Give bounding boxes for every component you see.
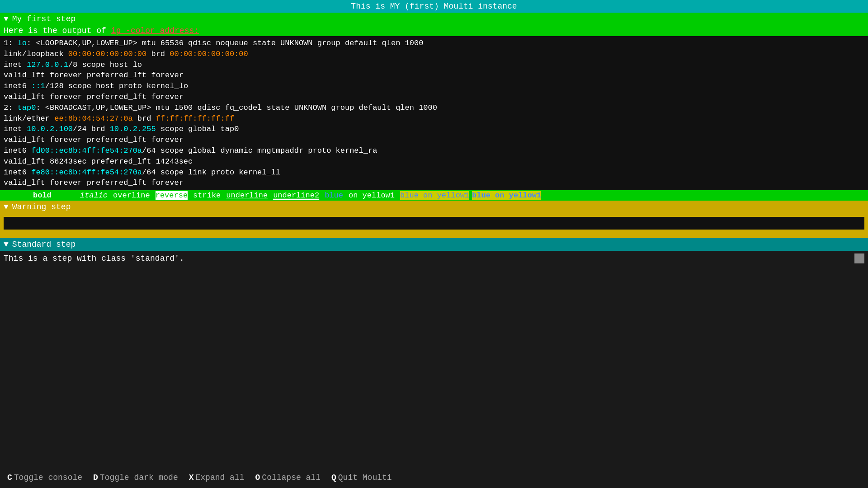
fmt-overline: overline <box>113 191 150 200</box>
terminal-line: valid_lft forever preferred_lft forever <box>4 135 864 145</box>
warning-progress-bar <box>4 217 864 230</box>
line-text: ff:ff:ff:ff:ff:ff <box>156 114 234 123</box>
line-text: ee:8b:04:54:27:0a <box>54 114 132 123</box>
line-text: inet <box>4 125 27 133</box>
line-text: /64 scope global dynamic mngtmpaddr prot… <box>142 146 377 155</box>
line-text: inet <box>4 61 27 69</box>
step-3-header[interactable]: ▼ Standard step <box>0 238 868 251</box>
line-text: inet6 <box>4 168 31 177</box>
fmt-reverse: reverse <box>156 191 188 200</box>
title-text: This is MY (first) Moulti instance <box>351 2 517 11</box>
label-expand-all[interactable]: Expand all <box>196 473 245 482</box>
fmt-strike: strike <box>193 191 221 200</box>
key-d: D <box>93 473 98 482</box>
label-toggle-console[interactable]: Toggle console <box>14 473 82 482</box>
toolbar: C Toggle console D Toggle dark mode X Ex… <box>0 467 868 488</box>
line-text: : <LOOPBACK,UP,LOWER_UP> mtu 65536 qdisc… <box>27 39 423 47</box>
line-text: 00:00:00:00:00:00 <box>170 50 248 58</box>
step-1-label: My first step <box>12 14 75 23</box>
fmt-underline2: underline2 <box>273 191 319 200</box>
step-1: ▼ My first step Here is the output of ip… <box>0 13 868 201</box>
line-text: fd00::ec8b:4ff:fe54:270a <box>31 146 142 155</box>
step-3: ▼ Standard step This is a step with clas… <box>0 238 868 266</box>
step-3-label: Standard step <box>12 240 75 249</box>
step-3-content: This is a step with class 'standard'. <box>0 251 868 266</box>
line-text: 10.0.2.255 <box>110 125 156 133</box>
label-collapse-all[interactable]: Collapse all <box>262 473 321 482</box>
line-text: valid_lft forever preferred_lft forever <box>4 136 184 144</box>
terminal-line: valid_lft forever preferred_lft forever <box>4 92 864 103</box>
line-text: tap0 <box>18 103 36 112</box>
fmt-italic: italic <box>80 191 108 200</box>
line-text: 2: <box>4 103 18 112</box>
step-1-intro-cmd: ip -color address: <box>111 26 199 35</box>
label-quit[interactable]: Quit Moulti <box>338 473 392 482</box>
format-spacer <box>4 191 27 200</box>
format-demo-line: bold italic overline reverse strike unde… <box>0 190 868 201</box>
terminal-line: link/loopback 00:00:00:00:00:00 brd 00:0… <box>4 49 864 60</box>
line-text: valid_lft forever preferred_lft forever <box>4 93 184 101</box>
step-3-arrow: ▼ <box>4 240 9 249</box>
line-text: valid_lft forever preferred_lft forever <box>4 71 184 80</box>
terminal-line: inet6 fe80::ec8b:4ff:fe54:270a/64 scope … <box>4 167 864 178</box>
fmt-space <box>54 191 77 200</box>
line-text: inet6 <box>4 146 31 155</box>
step-2-content <box>0 213 868 238</box>
terminal-line: 2: tap0: <BROADCAST,UP,LOWER_UP> mtu 150… <box>4 103 864 113</box>
step-2-arrow: ▼ <box>4 202 9 211</box>
line-text: /8 scope host lo <box>68 61 142 69</box>
key-x: X <box>189 473 194 482</box>
fmt-blue-on-yellow: blue on yellow1 <box>400 191 469 200</box>
step-3-progress <box>854 253 864 263</box>
step-1-header[interactable]: ▼ My first step <box>0 13 868 25</box>
main-content: ▼ My first step Here is the output of ip… <box>0 13 868 459</box>
line-text: 00:00:00:00:00:00 <box>68 50 146 58</box>
step-1-arrow: ▼ <box>4 14 9 23</box>
line-text: brd <box>133 114 156 123</box>
line-text: ::1 <box>31 82 45 90</box>
step-2-header[interactable]: ▼ Warning step <box>0 201 868 213</box>
terminal-line: valid_lft 86243sec preferred_lft 14243se… <box>4 156 864 167</box>
fmt-on-yellow: on yellow1 <box>349 191 395 200</box>
terminal-line: inet 10.0.2.100/24 brd 10.0.2.255 scope … <box>4 124 864 135</box>
line-text: inet6 <box>4 82 31 90</box>
step-1-terminal: 1: lo: <LOOPBACK,UP,LOWER_UP> mtu 65536 … <box>0 36 868 190</box>
label-toggle-dark[interactable]: Toggle dark mode <box>100 473 178 482</box>
terminal-line: valid_lft forever preferred_lft forever <box>4 70 864 81</box>
line-text: scope global tap0 <box>156 125 239 133</box>
terminal-line: 1: lo: <LOOPBACK,UP,LOWER_UP> mtu 65536 … <box>4 38 864 49</box>
step-2: ▼ Warning step <box>0 201 868 238</box>
line-text: lo <box>18 39 27 47</box>
fmt-blue: blue <box>325 191 343 200</box>
terminal-line: inet 127.0.0.1/8 scope host lo <box>4 60 864 70</box>
line-text: : <BROADCAST,UP,LOWER_UP> mtu 1500 qdisc… <box>36 103 437 112</box>
line-text: valid_lft 86243sec preferred_lft 14243se… <box>4 157 193 166</box>
step-1-intro: Here is the output of ip -color address: <box>0 25 868 36</box>
line-text: /24 brd <box>73 125 110 133</box>
line-text: brd <box>146 50 170 58</box>
key-q: Q <box>331 473 336 482</box>
line-text: 10.0.2.100 <box>27 125 73 133</box>
line-text: link/loopback <box>4 50 68 58</box>
title-bar: This is MY (first) Moulti instance <box>0 0 868 13</box>
line-text: /128 scope host proto kernel_lo <box>45 82 188 90</box>
terminal-line: inet6 fd00::ec8b:4ff:fe54:270a/64 scope … <box>4 145 864 156</box>
fmt-bold: bold <box>33 191 52 200</box>
line-text: link/ether <box>4 114 54 123</box>
line-text: 1: <box>4 39 18 47</box>
key-c: C <box>7 473 12 482</box>
step-1-intro-text: Here is the output of <box>4 26 111 35</box>
fmt-blue-on-yellow2: blue on yellow1 <box>472 191 541 200</box>
line-text: /64 scope link proto kernel_ll <box>142 168 280 177</box>
step-2-label: Warning step <box>12 202 71 211</box>
terminal-line: link/ether ee:8b:04:54:27:0a brd ff:ff:f… <box>4 113 864 124</box>
terminal-line: inet6 ::1/128 scope host proto kernel_lo <box>4 81 864 92</box>
key-o: O <box>255 473 260 482</box>
step-3-text: This is a step with class 'standard'. <box>4 254 184 263</box>
fmt-underline: underline <box>226 191 268 200</box>
terminal-line: valid_lft forever preferred_lft forever <box>4 178 864 188</box>
line-text: valid_lft forever preferred_lft forever <box>4 178 184 187</box>
line-text: 127.0.0.1 <box>27 61 68 69</box>
line-text: fe80::ec8b:4ff:fe54:270a <box>31 168 142 177</box>
